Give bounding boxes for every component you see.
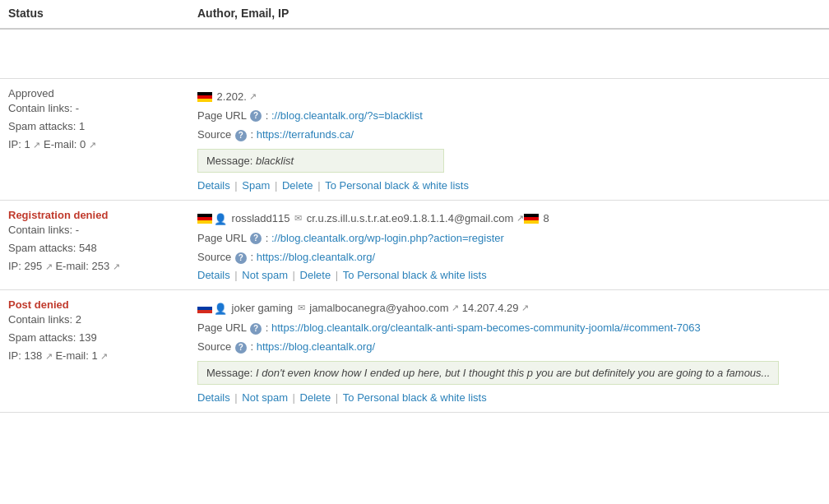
action-separator: | [232,391,241,404]
action-link-delete[interactable]: Delete [300,269,331,281]
email-address: cr.u.zs.ill.u.s.t.r.at.eo9.1.8.1.1.4@gma… [303,212,516,224]
email-redirect-icon[interactable]: ↗ [113,259,120,275]
table-row: Registration deniedContain links: -Spam … [0,200,829,289]
page-url-link[interactable]: ://blog.cleantalk.org/wp-login.php?actio… [271,232,504,244]
email-redirect-icon[interactable]: ↗ [516,210,524,227]
page-url-line: Page URL ? : ://blog.cleantalk.org/?s=bl… [197,106,821,125]
page-url-line: Page URL ? : https://blog.cleantalk.org/… [197,318,821,337]
user-icon: 👤 [214,299,227,318]
source-url-link[interactable]: https://blog.cleantalk.org/ [257,251,376,263]
col-header-author: Author, Email, IP [189,0,829,29]
page-url-info-icon[interactable]: ? [250,233,262,244]
email-redirect-icon[interactable]: ↗ [100,349,108,364]
source-info-icon[interactable]: ? [235,342,247,354]
email-address: jamalbocanegra@yahoo.com [307,302,452,314]
author-cell: 👤 joker gaming ✉ jamalbocanegra@yahoo.co… [189,289,829,412]
email-redirect-icon[interactable]: ↗ [452,300,459,317]
source-line: Source ? : https://terrafunds.ca/ [197,125,821,144]
action-link-spam[interactable]: Spam [242,179,270,192]
table-row [0,29,829,78]
author-first-line: 2.202. ↗ [197,87,821,106]
message-box: Message: blacklist [197,149,444,173]
status-label: Registration denied [8,209,181,221]
page-url-info-icon[interactable]: ? [250,323,262,335]
ip-redirect-icon[interactable]: ↗ [249,89,257,105]
status-label: Approved [8,87,181,99]
page-url-link[interactable]: https://blog.cleantalk.org/cleantalk-ant… [271,321,701,334]
main-table-container: Status Author, Email, IP ApprovedContain… [0,0,829,413]
contain-links: Contain links: - [8,99,181,118]
page-url-line: Page URL ? : ://blog.cleantalk.org/wp-lo… [197,229,821,247]
action-separator: | [271,179,280,192]
status-cell: Registration deniedContain links: -Spam … [0,200,189,289]
ip-email: IP: 1 ↗ E-mail: 0 ↗ [8,136,181,154]
action-link-details[interactable]: Details [197,179,230,192]
source-line: Source ? : https://blog.cleantalk.org/ [197,337,821,356]
author-cell: 👤 rossladd115 ✉ cr.u.zs.ill.u.s.t.r.at.e… [189,200,829,289]
contain-links: Contain links: 2 [8,311,181,329]
user-icon: 👤 [214,210,227,229]
author-first-line: 👤 joker gaming ✉ jamalbocanegra@yahoo.co… [197,298,821,318]
action-links: Details | Spam | Delete | To Personal bl… [197,179,821,192]
action-links: Details | Not spam | Delete | To Persona… [197,269,821,281]
author-first-line: 👤 rossladd115 ✉ cr.u.zs.ill.u.s.t.r.at.e… [197,209,821,229]
email-redirect-icon[interactable]: ↗ [89,137,96,153]
source-line: Source ? : https://blog.cleantalk.org/ [197,247,821,266]
flag-icon-ru [197,303,212,313]
source-url-link[interactable]: https://terrafunds.ca/ [257,128,354,141]
action-separator: | [232,269,241,281]
action-link-to-personal-black-&-white-lists[interactable]: To Personal black & white lists [343,391,487,404]
spam-attacks: Spam attacks: 1 [8,118,181,136]
status-meta: Contain links: -Spam attacks: 1IP: 1 ↗ E… [8,99,181,154]
ip-redirect-icon[interactable]: ↗ [521,300,529,317]
flag-icon-de [524,214,539,224]
status-cell: ApprovedContain links: -Spam attacks: 1I… [0,78,189,200]
col-header-status: Status [0,0,189,29]
action-separator: | [232,179,241,192]
action-link-delete[interactable]: Delete [282,179,313,192]
table-row: Post deniedContain links: 2Spam attacks:… [0,289,829,412]
spam-attacks: Spam attacks: 548 [8,239,181,257]
action-link-delete[interactable]: Delete [300,391,331,404]
ip-redirect-icon[interactable]: ↗ [45,259,53,275]
username: rossladd115 [229,212,293,224]
action-separator: | [332,269,341,281]
action-link-details[interactable]: Details [197,269,230,281]
ip-redirect-icon[interactable]: ↗ [45,349,53,364]
page-url-link[interactable]: ://blog.cleantalk.org/?s=blacklist [271,109,423,122]
action-separator: | [289,391,299,404]
email-icon: ✉ [294,210,302,227]
spam-attacks: Spam attacks: 139 [8,329,181,347]
ip-email: IP: 295 ↗ E-mail: 253 ↗ [8,257,181,275]
source-info-icon[interactable]: ? [235,252,247,264]
message-box: Message: I don't even know how I ended u… [197,361,779,385]
action-link-not-spam[interactable]: Not spam [242,391,288,404]
status-meta: Contain links: -Spam attacks: 548IP: 295… [8,221,181,275]
ip-redirect-icon[interactable]: ↗ [33,137,40,153]
action-link-details[interactable]: Details [197,391,230,404]
ip-email: IP: 138 ↗ E-mail: 1 ↗ [8,347,181,365]
spam-table: Status Author, Email, IP ApprovedContain… [0,0,829,413]
flag-icon-de [197,214,212,224]
status-cell: Post deniedContain links: 2Spam attacks:… [0,289,189,412]
action-link-to-personal-black-&-white-lists[interactable]: To Personal black & white lists [325,179,469,192]
source-info-icon[interactable]: ? [235,130,247,141]
email-icon: ✉ [298,300,305,317]
flag-icon-de [197,92,212,102]
action-link-to-personal-black-&-white-lists[interactable]: To Personal black & white lists [343,269,487,281]
table-row: ApprovedContain links: -Spam attacks: 1I… [0,78,829,200]
source-url-link[interactable]: https://blog.cleantalk.org/ [257,340,376,353]
action-separator: | [289,269,299,281]
author-cell: 2.202. ↗Page URL ? : ://blog.cleantalk.o… [189,78,829,200]
action-links: Details | Not spam | Delete | To Persona… [197,391,821,404]
page-url-info-icon[interactable]: ? [250,110,262,122]
username: joker gaming [229,302,296,314]
action-separator: | [315,179,324,192]
action-link-not-spam[interactable]: Not spam [242,269,288,281]
contain-links: Contain links: - [8,221,181,239]
status-label: Post denied [8,298,181,311]
status-meta: Contain links: 2Spam attacks: 139IP: 138… [8,311,181,365]
action-separator: | [332,391,341,404]
